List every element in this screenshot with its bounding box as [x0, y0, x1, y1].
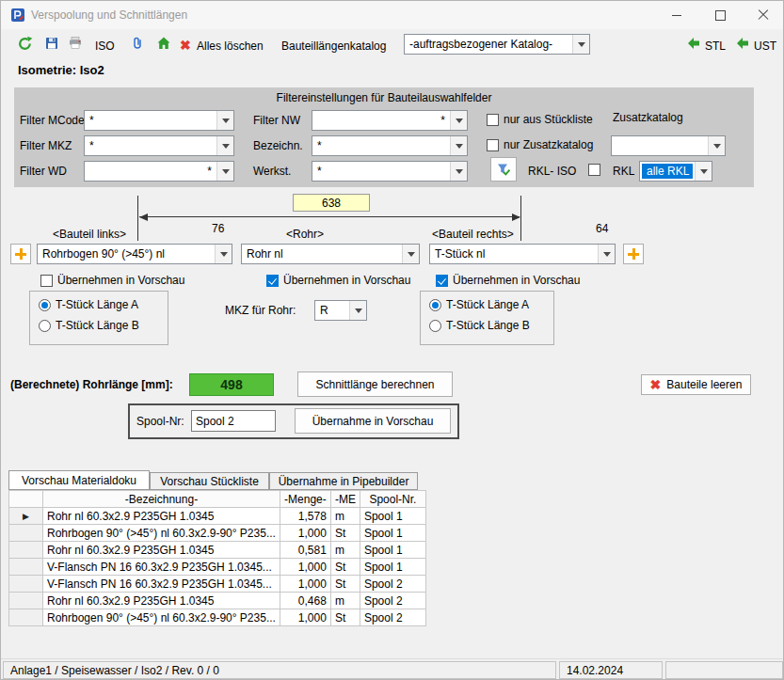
table-row[interactable]: Rohrbogen 90° (>45°) nl 60.3x2.9-90° P23… — [9, 609, 426, 626]
cell-spool[interactable]: Spool 1 — [360, 508, 425, 525]
filter-nw-combo[interactable]: * — [312, 110, 468, 131]
tab-uebernahme-pipebuilder[interactable]: Übernahme in Pipebuilder — [269, 472, 418, 490]
cell-menge[interactable]: 1,000 — [280, 559, 330, 576]
table-row[interactable]: Rohrbogen 90° (>45°) nl 60.3x2.9-90° P23… — [9, 525, 426, 542]
cell-me[interactable]: St — [330, 576, 360, 593]
schnittlaenge-berechnen-button[interactable]: Schnittlänge berechnen — [297, 372, 453, 397]
rkl-iso-checkbox[interactable] — [588, 164, 600, 176]
row-selector[interactable] — [9, 542, 43, 559]
bauteile-leeren-button[interactable]: ✖ Bauteile leeren — [641, 374, 751, 395]
filter-wd-combo[interactable]: * — [84, 161, 234, 182]
uebernehmen-right-checkbox[interactable]: Übernehmen in Vorschau — [436, 274, 580, 287]
tab-vorschau-stueckliste[interactable]: Vorschau Stückliste — [150, 472, 269, 490]
minimize-button[interactable] — [655, 1, 698, 29]
cell-menge[interactable]: 1,000 — [280, 609, 330, 626]
row-selector[interactable] — [9, 525, 43, 542]
maximize-button[interactable] — [698, 1, 742, 29]
chevron-down-icon[interactable] — [708, 136, 725, 155]
chevron-down-icon[interactable] — [215, 245, 232, 263]
iso-button[interactable]: ISO — [95, 40, 115, 53]
chevron-down-icon[interactable] — [216, 111, 233, 130]
close-button[interactable] — [742, 1, 784, 29]
bauteil-links-combo[interactable]: Rohrbogen 90° (>45°) nl — [37, 244, 232, 264]
col-menge[interactable]: -Menge- — [280, 491, 330, 508]
chevron-down-icon[interactable] — [598, 245, 615, 263]
nur-aus-stueckliste-checkbox[interactable]: nur aus Stückliste — [487, 113, 593, 126]
cell-me[interactable]: St — [330, 525, 360, 542]
paperclip-icon[interactable] — [129, 35, 146, 52]
cell-menge[interactable]: 1,578 — [280, 508, 330, 525]
filter-mcode-combo[interactable]: * — [84, 110, 234, 131]
chevron-down-icon[interactable] — [572, 35, 589, 54]
cell-bezeichnung[interactable]: Rohrbogen 90° (>45°) nl 60.3x2.9-90° P23… — [43, 525, 280, 542]
row-selector[interactable] — [9, 559, 43, 576]
cell-me[interactable]: m — [330, 593, 360, 609]
cell-menge[interactable]: 1,000 — [280, 525, 330, 542]
ust-button[interactable]: UST — [754, 40, 776, 53]
bauteil-rechts-combo[interactable]: T-Stück nl — [429, 244, 616, 264]
nur-zusatzkatalog-checkbox[interactable]: nur Zusatzkatalog — [487, 138, 593, 151]
chevron-down-icon[interactable] — [450, 136, 467, 155]
table-row[interactable]: V-Flansch PN 16 60.3x2.9 P235GH 1.0345..… — [9, 576, 426, 593]
cell-menge[interactable]: 0,581 — [280, 542, 330, 559]
apply-filter-button[interactable] — [490, 157, 517, 182]
filter-mkz-combo[interactable]: * — [84, 135, 234, 156]
cell-menge[interactable]: 1,000 — [280, 576, 330, 593]
col-spool[interactable]: Spool-Nr. — [360, 491, 425, 508]
chevron-down-icon[interactable] — [216, 162, 233, 181]
uebernahme-vorschau-button[interactable]: Übernahme in Vorschau — [295, 408, 451, 434]
home-icon[interactable] — [155, 35, 172, 52]
cell-spool[interactable]: Spool 2 — [360, 593, 425, 609]
chevron-down-icon[interactable] — [349, 301, 366, 320]
werkst-combo[interactable]: * — [312, 161, 468, 182]
uebernehmen-mid-checkbox[interactable]: Übernehmen in Vorschau — [266, 274, 410, 287]
row-selector-header[interactable] — [9, 491, 43, 508]
chevron-down-icon[interactable] — [402, 245, 419, 263]
cell-bezeichnung[interactable]: V-Flansch PN 16 60.3x2.9 P235GH 1.0345..… — [43, 559, 280, 576]
stl-arrow-icon[interactable] — [685, 35, 702, 52]
zusatzkatalog-combo[interactable] — [611, 135, 726, 156]
col-me[interactable]: -ME — [330, 491, 360, 508]
cell-bezeichnung[interactable]: Rohr nl 60.3x2.9 P235GH 1.0345 — [43, 593, 280, 609]
save-icon[interactable] — [43, 35, 60, 52]
mkz-rohr-combo[interactable]: R — [314, 300, 367, 321]
cell-spool[interactable]: Spool 1 — [360, 525, 425, 542]
table-row[interactable]: Rohr nl 60.3x2.9 P235GH 1.0345 0,468 m S… — [9, 593, 426, 609]
cell-spool[interactable]: Spool 2 — [360, 576, 425, 593]
rkl-combo[interactable]: alle RKL — [639, 161, 712, 182]
chevron-down-icon[interactable] — [695, 162, 712, 181]
row-selector-icon[interactable]: ▶ — [9, 508, 43, 525]
table-row[interactable]: ▶ Rohr nl 60.3x2.9 P235GH 1.0345 1,578 m… — [9, 508, 426, 525]
cell-bezeichnung[interactable]: Rohr nl 60.3x2.9 P235GH 1.0345 — [43, 508, 280, 525]
print-icon[interactable] — [67, 35, 84, 52]
row-selector[interactable] — [9, 609, 43, 626]
add-left-part-button[interactable] — [10, 244, 31, 264]
cell-me[interactable]: m — [330, 542, 360, 559]
cell-me[interactable]: St — [330, 609, 360, 626]
tab-vorschau-materialdoku[interactable]: Vorschau Materialdoku — [8, 470, 150, 490]
cell-bezeichnung[interactable]: Rohr nl 60.3x2.9 P235GH 1.0345 — [43, 542, 280, 559]
cell-spool[interactable]: Spool 2 — [360, 609, 425, 626]
spool-nr-input[interactable] — [191, 410, 276, 432]
row-selector[interactable] — [9, 593, 43, 609]
col-bezeichnung[interactable]: -Bezeichnung- — [43, 491, 280, 508]
cell-me[interactable]: St — [330, 559, 360, 576]
table-row[interactable]: V-Flansch PN 16 60.3x2.9 P235GH 1.0345..… — [9, 559, 426, 576]
stl-button[interactable]: STL — [705, 40, 726, 53]
tstueck-laenge-b-left-radio[interactable]: T-Stück Länge B — [39, 319, 139, 332]
cell-menge[interactable]: 0,468 — [280, 593, 330, 609]
chevron-down-icon[interactable] — [450, 162, 467, 181]
row-selector[interactable] — [9, 576, 43, 593]
tstueck-laenge-a-left-radio[interactable]: T-Stück Länge A — [39, 298, 138, 311]
clear-all-button[interactable]: Alles löschen — [197, 40, 264, 53]
tstueck-laenge-b-right-radio[interactable]: T-Stück Länge B — [429, 319, 530, 332]
cell-bezeichnung[interactable]: V-Flansch PN 16 60.3x2.9 P235GH 1.0345..… — [43, 576, 280, 593]
catalog-combo[interactable]: -auftragsbezogener Katalog- — [404, 34, 590, 55]
cell-me[interactable]: m — [330, 508, 360, 525]
tstueck-laenge-a-right-radio[interactable]: T-Stück Länge A — [429, 298, 529, 311]
uebernehmen-left-checkbox[interactable]: Übernehmen in Vorschau — [40, 274, 184, 287]
rohr-combo[interactable]: Rohr nl — [241, 244, 420, 264]
add-right-part-button[interactable] — [623, 244, 644, 264]
cell-bezeichnung[interactable]: Rohrbogen 90° (>45°) nl 60.3x2.9-90° P23… — [43, 609, 280, 626]
cell-spool[interactable]: Spool 1 — [360, 559, 425, 576]
